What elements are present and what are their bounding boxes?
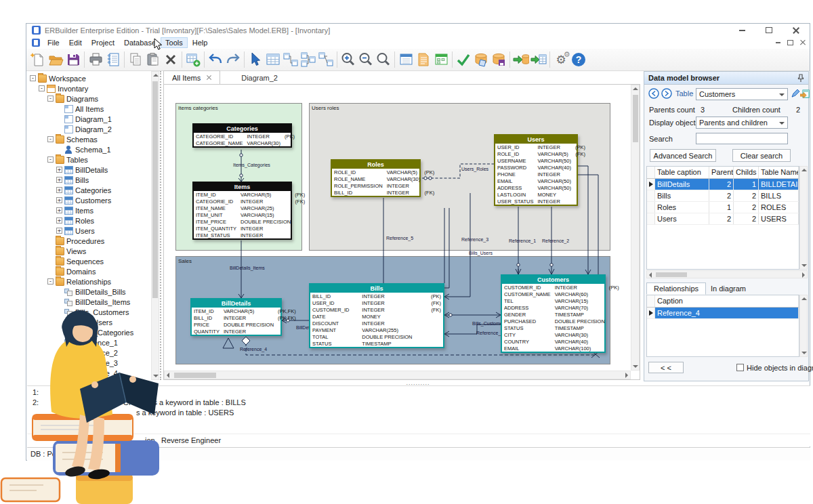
search-input[interactable] [696, 133, 788, 144]
menu-project[interactable]: Project [87, 37, 119, 48]
scroll-down-icon[interactable] [801, 264, 807, 267]
entity-billdetails[interactable]: BillDetails ITEM_IDVARCHAR(5)(PK,FK)BILL… [190, 298, 282, 336]
menu-tools[interactable]: Tools [161, 37, 188, 48]
zoom-in-icon[interactable] [339, 50, 357, 69]
report-document-icon[interactable] [415, 50, 432, 69]
scroll-up-icon[interactable] [153, 74, 159, 77]
tree-item[interactable]: - Schemas [28, 134, 150, 144]
print-icon[interactable] [87, 50, 104, 69]
clear-search-button[interactable]: Clear search [732, 149, 791, 162]
tab-in-diagram[interactable]: In diagram [704, 282, 753, 295]
panel-header[interactable]: Data model browser [644, 72, 808, 85]
tab-close-icon[interactable] [206, 75, 211, 81]
paste-icon[interactable] [144, 50, 162, 69]
scroll-up-icon[interactable] [633, 87, 638, 90]
many-to-many-relation-icon[interactable] [317, 50, 335, 69]
import-table-icon[interactable] [530, 50, 547, 69]
table-row[interactable]: Roles 1 2 ROLES [647, 202, 799, 213]
scroll-down-icon[interactable] [153, 375, 159, 377]
tree-item[interactable]: Bills_Customers [28, 307, 150, 317]
grid-header[interactable]: Caption [655, 295, 799, 307]
tree-item[interactable]: Schema_1 [28, 144, 150, 154]
go-to-table-icon[interactable] [800, 89, 811, 100]
tree-item[interactable]: - Workspace [28, 73, 150, 83]
tree-item[interactable]: Domains [28, 266, 150, 276]
tree-item[interactable]: Procedures [28, 236, 150, 246]
tree-item[interactable]: + Roles [28, 215, 150, 226]
advanced-search-button[interactable]: Advanced Search [650, 149, 716, 162]
tree-expander[interactable]: - [47, 136, 54, 142]
back-icon[interactable] [648, 88, 659, 99]
help-icon[interactable] [570, 50, 587, 69]
undo-icon[interactable] [207, 50, 224, 69]
workspace-tree[interactable]: - Workspace - Invontary - Diagrams All I… [27, 71, 159, 380]
generate-script-icon[interactable] [472, 50, 490, 69]
tree-item[interactable]: - Invontary [28, 83, 150, 93]
entity-customers[interactable]: Customers CUSTOMER_IDINTEGER(PK)CUSTOMER… [501, 274, 606, 353]
mdi-restore-icon[interactable] [787, 40, 793, 45]
one-to-many-relation-icon[interactable] [299, 50, 317, 69]
scroll-left-icon[interactable] [649, 272, 652, 278]
scrollbar-thumb[interactable] [174, 373, 216, 378]
tree-expander[interactable]: + [56, 167, 62, 173]
tree-item[interactable]: Reference_4 [28, 368, 150, 378]
add-entity-icon[interactable] [184, 50, 202, 69]
scroll-up-icon[interactable] [801, 169, 807, 171]
relationships-vertical-scrollbar[interactable] [799, 295, 808, 357]
pointer-icon[interactable] [247, 50, 264, 69]
diagram-canvas[interactable]: Items categories Users roles Sales [163, 84, 640, 380]
tree-item[interactable]: + Categories [28, 185, 150, 195]
maximize-button[interactable] [755, 24, 783, 37]
scroll-up-icon[interactable] [801, 297, 807, 300]
scroll-right-icon[interactable] [802, 272, 805, 278]
verify-model-icon[interactable] [455, 50, 472, 69]
scrollbar-thumb[interactable] [152, 81, 158, 298]
grid-header[interactable]: Childs [734, 167, 759, 178]
form-view-icon[interactable] [432, 50, 450, 69]
table-row[interactable]: Bills 2 2 BILLS [647, 190, 799, 202]
grid-horizontal-scrollbar[interactable] [646, 270, 808, 278]
zoom-out-icon[interactable] [357, 50, 375, 69]
tree-item[interactable]: + BillDetails [28, 165, 150, 175]
tree-item[interactable]: Reference_1 [28, 337, 150, 348]
tree-expander[interactable]: - [39, 85, 45, 91]
report-icon[interactable] [104, 50, 122, 69]
mdi-minimize-icon[interactable] [776, 42, 780, 43]
tree-item[interactable]: Reference_3 [28, 358, 150, 368]
tree-item[interactable]: Bills_Users [28, 317, 150, 327]
scrollbar-thumb[interactable] [633, 95, 638, 142]
message-log[interactable]: 1: E Warnings : 2 2: [Wa nts] : "CHECK I… [27, 385, 810, 434]
entity-categories[interactable]: Categories CATEGORIE_IDINTEGER(PK)CATEGO… [192, 123, 292, 148]
new-file-icon[interactable] [29, 50, 47, 69]
tree-vertical-scrollbar[interactable] [151, 71, 159, 380]
grid-header[interactable]: Table Name [759, 167, 799, 178]
relationships-grid[interactable]: Caption Reference_4 [646, 295, 799, 357]
tree-expander[interactable]: + [56, 207, 62, 213]
scroll-down-icon[interactable] [801, 352, 807, 354]
tab-model-validation[interactable]: ion [145, 436, 155, 444]
horizontal-splitter[interactable]: .......... [26, 380, 810, 385]
grid-header[interactable]: Parents [709, 167, 734, 178]
tree-item[interactable]: BillDetails_Items [28, 297, 150, 307]
tree-expander[interactable]: + [56, 217, 62, 224]
entity-users[interactable]: Users USER_IDINTEGER(PK)ROLE_IDVARCHAR(5… [494, 134, 578, 206]
tree-item[interactable]: - Relationships [28, 276, 150, 287]
save-script-icon[interactable] [490, 50, 507, 69]
diagram-surface[interactable]: Items categories Users roles Sales [164, 85, 631, 371]
delete-icon[interactable] [162, 50, 180, 69]
one-to-one-relation-icon[interactable] [282, 50, 299, 69]
tree-expander[interactable]: + [56, 197, 62, 203]
tables-grid[interactable]: Table caption Parents Childs Table Name … [646, 166, 799, 270]
tab-relationships[interactable]: Relationships [646, 282, 706, 295]
tree-expander[interactable]: + [56, 228, 62, 234]
tree-expander[interactable]: - [30, 75, 36, 81]
canvas-vertical-scrollbar[interactable] [631, 85, 640, 371]
menu-edit[interactable]: Edit [64, 37, 87, 48]
grid-vertical-scrollbar[interactable] [799, 166, 808, 270]
tree-expander[interactable]: - [47, 96, 54, 102]
relationship-row[interactable]: Reference_4 [647, 308, 799, 319]
pin-icon[interactable] [797, 74, 805, 83]
menu-file[interactable]: File [43, 37, 64, 48]
tree-item[interactable]: Items_Categories [28, 327, 150, 337]
tree-item[interactable]: - Diagrams [28, 93, 150, 104]
